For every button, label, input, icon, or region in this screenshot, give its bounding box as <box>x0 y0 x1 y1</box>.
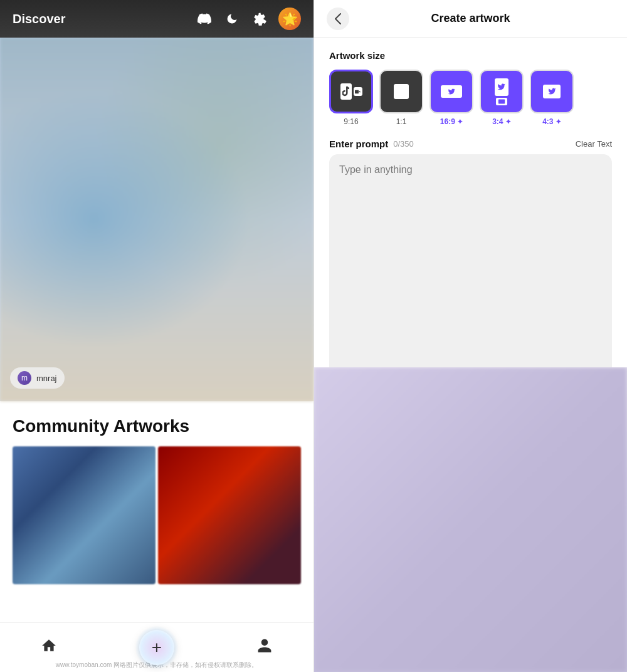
bottom-preview <box>314 367 627 672</box>
size-label-9-16: 9:16 <box>344 117 358 126</box>
create-artwork-title: Create artwork <box>431 12 510 25</box>
community-title: Community Artworks <box>13 416 301 436</box>
size-button-16-9[interactable] <box>429 70 473 113</box>
right-content: Artwork size <box>314 38 627 367</box>
prompt-area-wrapper <box>329 154 612 367</box>
size-label-4-3: 4:3 ✦ <box>542 117 561 126</box>
size-options: 9:16 1:1 <box>329 70 612 126</box>
grid-item-1[interactable] <box>13 446 155 584</box>
user-tag: m mnraj <box>10 367 65 389</box>
tiktok-icon <box>340 83 352 100</box>
wide-icon <box>441 85 462 98</box>
artwork-size-label: Artwork size <box>329 50 612 61</box>
user-tag-name: mnraj <box>36 374 57 383</box>
discover-title: Discover <box>13 12 66 26</box>
gear-icon[interactable] <box>251 10 268 28</box>
landscape-icon <box>543 85 561 98</box>
camera-icon-small <box>354 87 362 96</box>
prompt-header: Enter prompt 0/350 Clear Text <box>329 139 612 149</box>
left-content: m mnraj Community Artworks <box>0 38 314 622</box>
star-icon-3-4: ✦ <box>505 118 511 126</box>
size-button-1-1[interactable] <box>379 70 423 113</box>
square-icon <box>394 84 409 99</box>
plus-icon: + <box>152 638 162 658</box>
user-tag-avatar: m <box>18 371 31 385</box>
community-section: Community Artworks <box>0 401 314 591</box>
size-option-3-4: 3:4 ✦ <box>480 70 524 126</box>
size-button-3-4[interactable] <box>480 70 524 113</box>
size-label-16-9: 16:9 ✦ <box>440 117 463 126</box>
left-header: Discover 🌟 <box>0 0 314 38</box>
discord-icon[interactable] <box>196 10 213 28</box>
left-panel: Discover 🌟 <box>0 0 314 672</box>
create-center-button[interactable]: + <box>139 630 174 665</box>
prompt-label: Enter prompt <box>329 139 388 149</box>
hero-blurred-bg <box>0 38 314 401</box>
profile-icon[interactable] <box>256 638 273 658</box>
star-icon-4-3: ✦ <box>556 118 561 126</box>
tall-icon <box>495 78 508 96</box>
bottom-preview-blur <box>314 367 627 672</box>
grid-item-2[interactable] <box>158 446 301 584</box>
size-option-9-16: 9:16 <box>329 70 373 126</box>
right-panel: Create artwork Artwork size <box>314 0 627 672</box>
size-label-1-1: 1:1 <box>396 117 407 126</box>
size-option-4-3: 4:3 ✦ <box>530 70 574 126</box>
right-header: Create artwork <box>314 0 627 38</box>
back-button[interactable] <box>327 8 349 30</box>
moon-icon[interactable] <box>223 10 241 28</box>
prompt-count: 0/350 <box>393 139 414 149</box>
size-option-16-9: 16:9 ✦ <box>429 70 473 126</box>
avatar[interactable]: 🌟 <box>278 8 301 30</box>
community-grid <box>13 446 301 584</box>
clear-text-button[interactable]: Clear Text <box>576 139 612 149</box>
home-icon[interactable] <box>41 638 57 658</box>
size-option-1-1: 1:1 <box>379 70 423 126</box>
size-button-4-3[interactable] <box>530 70 574 113</box>
svg-rect-0 <box>398 88 405 95</box>
header-icons: 🌟 <box>196 8 301 30</box>
prompt-textarea[interactable] <box>339 164 602 365</box>
size-button-9-16[interactable] <box>329 70 373 113</box>
star-icon-16-9: ✦ <box>457 118 463 126</box>
svg-rect-1 <box>498 99 505 103</box>
hero-image: m mnraj <box>0 38 314 401</box>
size-label-3-4: 3:4 ✦ <box>492 117 511 126</box>
